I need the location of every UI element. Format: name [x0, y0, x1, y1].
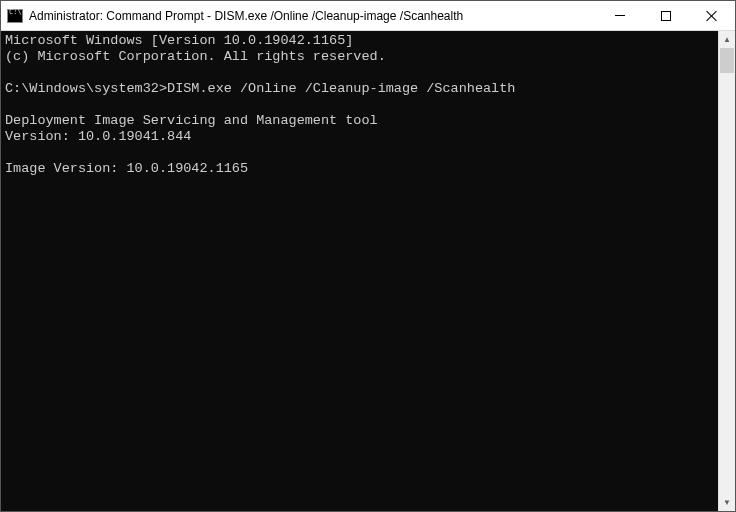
terminal-output[interactable]: Microsoft Windows [Version 10.0.19042.11… — [1, 31, 718, 511]
command-text: DISM.exe /Online /Cleanup-image /Scanhea… — [167, 81, 515, 96]
prompt-path: C:\Windows\system32> — [5, 81, 167, 96]
vertical-scrollbar[interactable]: ▲ ▼ — [718, 31, 735, 511]
scroll-thumb[interactable] — [720, 48, 734, 73]
close-icon — [706, 10, 718, 22]
window-title: Administrator: Command Prompt - DISM.exe… — [29, 9, 597, 23]
dism-version-line: Version: 10.0.19041.844 — [5, 129, 191, 144]
image-version-line: Image Version: 10.0.19042.1165 — [5, 161, 248, 176]
scroll-down-arrow-icon[interactable]: ▼ — [719, 494, 735, 511]
titlebar[interactable]: Administrator: Command Prompt - DISM.exe… — [1, 1, 735, 31]
window-controls — [597, 1, 735, 30]
client-area: Microsoft Windows [Version 10.0.19042.11… — [1, 31, 735, 511]
dism-tool-title: Deployment Image Servicing and Managemen… — [5, 113, 378, 128]
maximize-button[interactable] — [643, 1, 689, 30]
os-version-line: Microsoft Windows [Version 10.0.19042.11… — [5, 33, 353, 48]
minimize-icon — [615, 15, 625, 16]
minimize-button[interactable] — [597, 1, 643, 30]
cmd-icon — [7, 9, 23, 23]
maximize-icon — [661, 11, 671, 21]
copyright-line: (c) Microsoft Corporation. All rights re… — [5, 49, 386, 64]
scroll-up-arrow-icon[interactable]: ▲ — [719, 31, 735, 48]
close-button[interactable] — [689, 1, 735, 30]
